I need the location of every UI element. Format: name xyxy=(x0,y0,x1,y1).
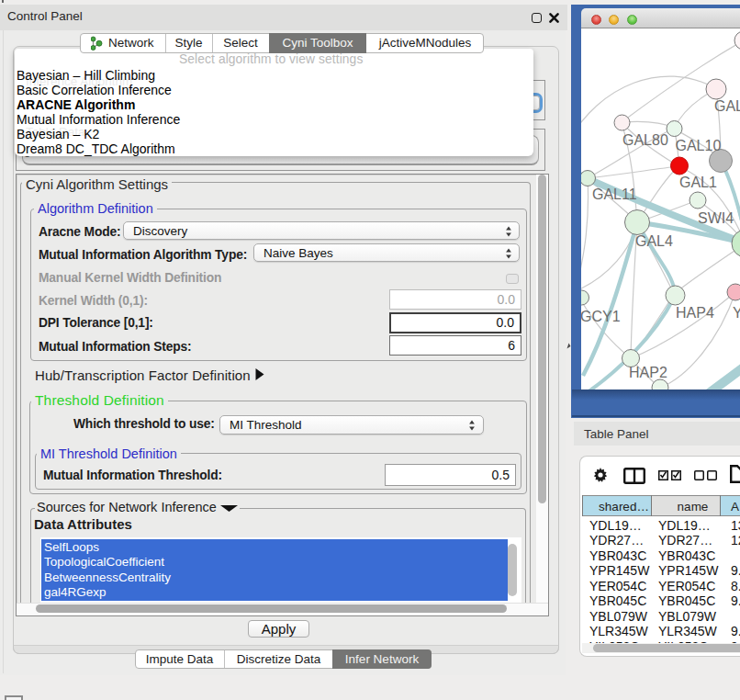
svg-text:GCY1: GCY1 xyxy=(581,309,621,324)
svg-text:Y: Y xyxy=(733,305,740,321)
svg-text:GAL: GAL xyxy=(714,98,740,114)
svg-text:GAL4: GAL4 xyxy=(635,233,673,249)
svg-text:GAL80: GAL80 xyxy=(622,132,668,148)
svg-text:SWI4: SWI4 xyxy=(698,210,734,226)
svg-text:HAP2: HAP2 xyxy=(629,365,667,380)
svg-text:GAL11: GAL11 xyxy=(592,186,637,202)
svg-text:GAL10: GAL10 xyxy=(676,138,722,153)
svg-text:HAP4: HAP4 xyxy=(676,305,714,321)
svg-text:GAL1: GAL1 xyxy=(679,175,717,190)
